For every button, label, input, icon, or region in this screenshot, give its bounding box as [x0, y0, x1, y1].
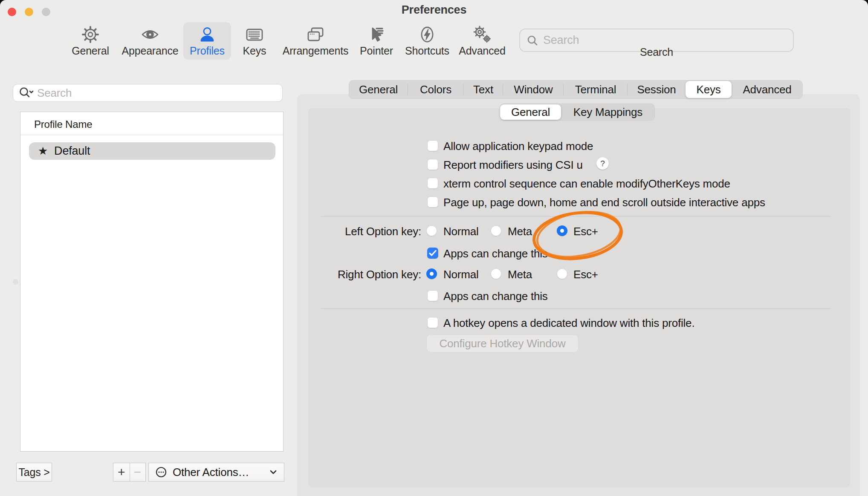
toolbar-item-advanced[interactable]: Advanced [457, 22, 508, 60]
toolbar-label-appearance: Appearance [122, 45, 179, 57]
radio-right-normal[interactable] [426, 268, 437, 279]
toolbar-item-shortcuts[interactable]: Shortcuts [402, 22, 453, 60]
row-hotkey: A hotkey opens a dedicated window with t… [0, 317, 868, 329]
lightning-icon [418, 25, 437, 44]
checkbox-right-apps-can-change[interactable] [427, 290, 438, 301]
checkbox-left-apps-can-change[interactable] [427, 248, 438, 259]
add-profile-button[interactable]: + [113, 465, 130, 479]
toolbar-item-pointer[interactable]: Pointer [355, 22, 398, 60]
windows-icon [306, 25, 325, 44]
row-keypad-mode: Allow application keypad mode [0, 140, 868, 152]
radio-label: Esc+ [573, 268, 598, 281]
check-icon [428, 249, 437, 257]
checkbox-scroll-outside[interactable] [427, 196, 438, 208]
toolbar-label-keys: Keys [243, 45, 266, 57]
preferences-window: Preferences General Appearance Profiles … [0, 0, 868, 496]
tab-session[interactable]: Session [628, 80, 686, 99]
checkbox-label: xterm control sequence can enable modify… [443, 177, 730, 190]
toolbar-item-profiles[interactable]: Profiles [183, 22, 231, 60]
checkbox-label: Apps can change this [443, 290, 548, 303]
radio-label: Meta [508, 268, 532, 281]
toolbar-item-appearance[interactable]: Appearance [120, 22, 180, 60]
toolbar-item-general[interactable]: General [69, 22, 112, 60]
cursor-icon [367, 25, 386, 44]
tab-terminal[interactable]: Terminal [564, 80, 628, 99]
add-remove-group: + − [113, 463, 146, 482]
circle-ellipsis-icon [155, 466, 168, 479]
radio-label: Normal [443, 225, 479, 238]
tab-window[interactable]: Window [503, 80, 564, 99]
search-filter-icon [18, 86, 34, 100]
tab-general[interactable]: General [349, 80, 408, 99]
remove-profile-button[interactable]: − [130, 465, 146, 479]
toolbar-label-arrangements: Arrangements [283, 45, 349, 57]
help-button[interactable]: ? [596, 157, 609, 170]
tab-text[interactable]: Text [463, 80, 503, 99]
header-divider [20, 135, 283, 135]
gear-icon [81, 25, 100, 44]
subtab-general[interactable]: General [500, 104, 561, 120]
row-right-apps-can-change: Apps can change this [0, 290, 868, 302]
toolbar-item-keys[interactable]: Keys [237, 22, 272, 60]
toolbar-label-shortcuts: Shortcuts [405, 45, 449, 57]
profile-search-input[interactable]: Search [13, 84, 283, 102]
search-icon [526, 34, 539, 47]
checkbox-modify-other-keys[interactable] [427, 178, 438, 189]
tab-colors[interactable]: Colors [408, 80, 463, 99]
keyboard-icon [245, 25, 264, 44]
checkbox-label: A hotkey opens a dedicated window with t… [443, 317, 694, 330]
row-left-option-key: Left Option key: Normal Meta Esc+ [0, 225, 868, 237]
checkbox-hotkey-window[interactable] [427, 317, 438, 328]
radio-left-meta[interactable] [491, 225, 501, 236]
radio-left-normal[interactable] [426, 225, 437, 236]
chevron-down-icon [269, 470, 277, 475]
checkbox-label: Report modifiers using CSI u [443, 159, 583, 172]
toolbar-label-advanced: Advanced [459, 45, 506, 57]
radio-right-esc[interactable] [557, 268, 567, 279]
toolbar-search-placeholder: Search [543, 34, 579, 47]
checkbox-label: Allow application keypad mode [443, 140, 593, 153]
right-option-label: Right Option key: [294, 268, 421, 281]
profile-list-header: Profile Name [34, 118, 92, 130]
toolbar-label-profiles: Profiles [190, 45, 225, 57]
configure-hotkey-window-button[interactable]: Configure Hotkey Window [426, 335, 579, 352]
section-divider [321, 309, 831, 309]
button-divider [130, 463, 130, 481]
tags-button[interactable]: Tags > [16, 463, 52, 482]
subtab-key-mappings[interactable]: Key Mappings [561, 104, 655, 121]
window-title: Preferences [0, 3, 868, 17]
eye-icon [141, 25, 159, 44]
toolbar-item-arrangements[interactable]: Arrangements [281, 22, 350, 60]
tab-keys[interactable]: Keys [686, 81, 732, 98]
checkbox-csi-u[interactable] [427, 159, 438, 170]
toolbar-label-search: Search [519, 46, 794, 58]
annotation-ellipse [528, 207, 628, 265]
gears-icon [473, 25, 492, 44]
row-scroll-outside: Page up, page down, home and end scroll … [0, 196, 868, 208]
keys-subtabbar: General Key Mappings [500, 104, 655, 121]
other-actions-dropdown[interactable]: Other Actions… [148, 463, 284, 482]
row-csi-u: Report modifiers using CSI u [0, 159, 868, 170]
tab-advanced[interactable]: Advanced [732, 80, 803, 99]
radio-label: Normal [443, 268, 479, 281]
left-option-label: Left Option key: [294, 225, 421, 238]
toolbar-label-general: General [72, 45, 109, 57]
profile-search-placeholder: Search [37, 87, 72, 100]
row-modify-other-keys: xterm control sequence can enable modify… [0, 177, 868, 189]
profile-tabbar: General Colors Text Window Terminal Sess… [349, 80, 803, 99]
row-left-apps-can-change: Apps can change this [0, 247, 868, 259]
checkbox-keypad-mode[interactable] [427, 140, 438, 151]
other-actions-label: Other Actions… [173, 466, 249, 479]
toolbar-label-pointer: Pointer [360, 45, 393, 57]
radio-right-meta[interactable] [491, 268, 501, 279]
row-right-option-key: Right Option key: Normal Meta Esc+ [0, 268, 868, 280]
tags-button-label: Tags > [18, 466, 49, 479]
person-icon [198, 25, 217, 44]
